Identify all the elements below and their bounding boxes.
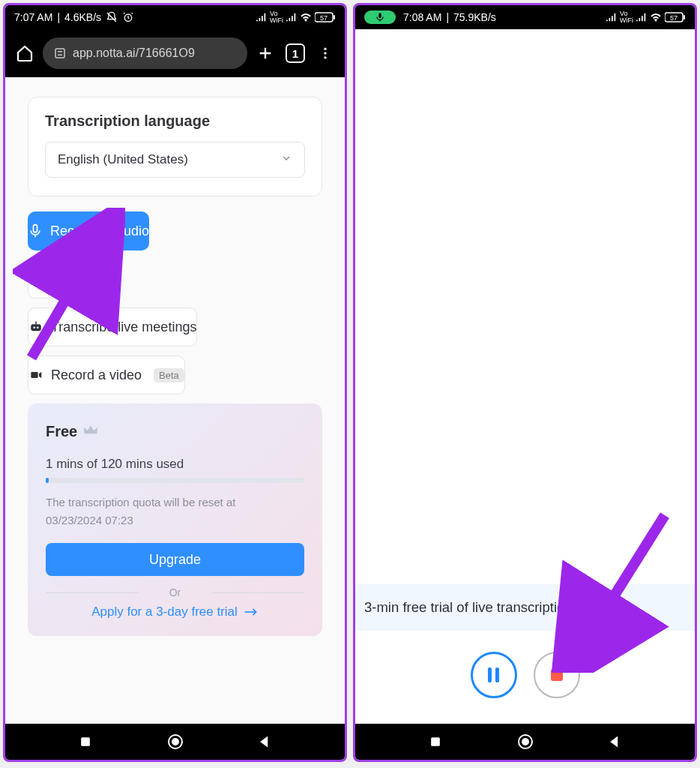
new-tab-icon[interactable]	[253, 41, 277, 65]
progress-fill	[46, 478, 49, 483]
mic-icon	[28, 224, 43, 238]
svg-point-23	[172, 739, 178, 745]
record-audio-button[interactable]: Record an audio	[28, 212, 149, 250]
stop-button[interactable]	[534, 652, 580, 698]
status-bar: 7:07 AM | 4.6KB/s VoWiFi 57	[5, 5, 345, 29]
language-select[interactable]: English (United States)	[45, 142, 305, 178]
usage-text: 1 mins of 120 mins used	[46, 457, 304, 472]
svg-point-32	[522, 739, 528, 745]
wifi-icon	[300, 13, 312, 22]
button-label: Record a video	[51, 368, 142, 383]
mic-indicator	[364, 10, 396, 24]
free-trial-link[interactable]: Apply for a 3-day free trial	[46, 604, 304, 620]
svg-point-11	[324, 52, 326, 54]
beta-badge: Beta	[154, 368, 184, 382]
signal-icon-2	[286, 13, 297, 22]
svg-rect-3	[334, 15, 335, 20]
battery-icon: 57	[665, 12, 686, 22]
svg-point-12	[324, 56, 326, 58]
plan-card: Free 1 mins of 120 mins used The transcr…	[28, 404, 322, 636]
svg-rect-21	[81, 737, 90, 746]
svg-rect-18	[31, 372, 37, 378]
recent-apps-icon[interactable]	[428, 734, 443, 749]
svg-text:57: 57	[320, 14, 328, 22]
video-icon	[28, 369, 43, 381]
battery-icon: 57	[315, 12, 336, 22]
signal-icon	[606, 13, 617, 22]
svg-rect-28	[684, 15, 685, 20]
svg-rect-5	[55, 49, 64, 58]
svg-rect-14	[31, 324, 41, 331]
button-label: Transcribe live meetings	[51, 320, 196, 335]
wifi-icon	[650, 13, 662, 22]
site-settings-icon	[53, 46, 67, 60]
arrow-right-icon	[244, 607, 259, 617]
url-text: app.notta.ai/716661O9	[73, 46, 195, 60]
pause-icon	[488, 668, 499, 682]
recording-screen: 3-min free trial of live transcription.	[355, 29, 695, 724]
button-label: Record an audio	[50, 224, 149, 239]
recording-controls	[355, 631, 695, 724]
dnd-icon	[106, 11, 118, 23]
android-nav-bar	[355, 724, 695, 760]
home-nav-icon[interactable]	[516, 733, 534, 751]
language-card: Transcription language English (United S…	[28, 97, 322, 196]
or-divider: Or	[46, 586, 304, 598]
status-speed: 4.6KB/s	[64, 11, 101, 23]
recent-apps-icon[interactable]	[78, 734, 93, 749]
upgrade-button[interactable]: Upgrade	[46, 543, 304, 576]
import-files-button[interactable]: Import files	[28, 260, 116, 298]
file-icon	[28, 272, 42, 286]
status-time: 7:08 AM	[403, 11, 441, 23]
plan-name: Free	[46, 423, 77, 440]
crown-icon	[83, 423, 98, 440]
vowifi-label: VoWiFi	[270, 10, 283, 24]
usage-progress	[46, 478, 304, 483]
pause-button[interactable]	[471, 652, 517, 698]
browser-toolbar: app.notta.ai/716661O9 1	[5, 29, 345, 77]
left-screenshot: 7:07 AM | 4.6KB/s VoWiFi 57	[3, 3, 347, 762]
url-bar[interactable]: app.notta.ai/716661O9	[43, 38, 247, 69]
back-nav-icon[interactable]	[607, 734, 622, 749]
transcription-area	[355, 29, 695, 584]
button-label: Import files	[49, 272, 115, 287]
status-speed: 75.9KB/s	[453, 11, 496, 23]
signal-icon-2	[636, 13, 647, 22]
svg-rect-30	[431, 737, 440, 746]
vowifi-label: VoWiFi	[620, 10, 633, 24]
home-nav-icon[interactable]	[166, 733, 184, 751]
record-video-button[interactable]: Record a video Beta	[28, 356, 185, 394]
svg-rect-26	[378, 13, 381, 18]
language-value: English (United States)	[58, 152, 188, 167]
bot-icon	[28, 320, 43, 334]
alarm-icon	[122, 11, 134, 23]
svg-point-15	[33, 326, 35, 328]
back-nav-icon[interactable]	[257, 734, 272, 749]
home-icon[interactable]	[13, 41, 37, 65]
android-nav-bar	[5, 724, 345, 760]
status-time: 7:07 AM	[14, 11, 52, 23]
chevron-down-icon	[280, 152, 292, 168]
svg-text:57: 57	[670, 14, 678, 22]
svg-point-10	[324, 48, 326, 50]
quota-note: The transcription quota will be reset at…	[46, 494, 304, 530]
stop-icon	[551, 669, 563, 681]
right-screenshot: 7:08 AM | 75.9KB/s VoWiFi 57 3-min free …	[353, 3, 697, 762]
tab-switcher[interactable]: 1	[283, 41, 307, 65]
svg-marker-19	[39, 372, 41, 378]
overflow-menu-icon[interactable]	[313, 41, 337, 65]
trial-banner: 3-min free trial of live transcription.	[355, 584, 695, 631]
language-title: Transcription language	[45, 112, 305, 130]
transcribe-meetings-button[interactable]: Transcribe live meetings	[28, 308, 197, 346]
status-bar: 7:08 AM | 75.9KB/s VoWiFi 57	[355, 5, 695, 29]
page-content: Transcription language English (United S…	[5, 77, 345, 724]
svg-rect-13	[34, 225, 37, 232]
signal-icon	[256, 13, 267, 22]
svg-point-16	[37, 326, 39, 328]
